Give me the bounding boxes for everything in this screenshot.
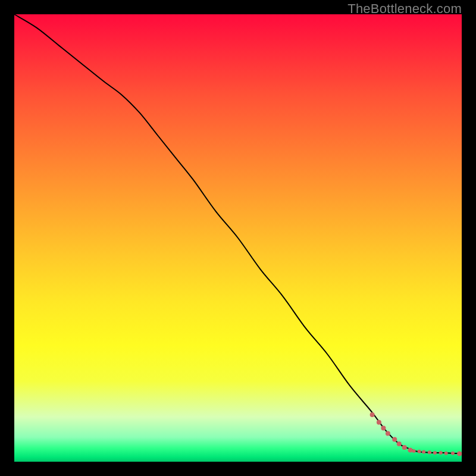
plot-area [14,14,462,462]
scatter-dot [392,437,397,441]
scatter-dot [418,450,421,453]
scatter-dot [381,426,386,431]
scatter-dot [402,445,407,450]
scatter-dot [428,450,431,454]
scatter-dot [451,452,455,455]
scatter-dot [439,451,443,455]
scatter-dot [422,450,425,454]
scatter-dot [386,431,390,436]
scatter-dot [433,451,437,455]
scatter-dot [370,412,375,417]
scatter-dot [397,441,402,446]
scatter-dots [370,412,462,456]
bottleneck-curve [14,14,462,454]
watermark-text: TheBottleneck.com [347,1,462,17]
scatter-dot [412,449,416,453]
scatter-dot [408,447,413,452]
chart-frame: TheBottleneck.com [0,0,476,476]
scatter-dot [444,452,448,455]
scatter-dot [457,452,462,456]
scatter-dot [377,420,381,425]
chart-svg [14,14,462,462]
